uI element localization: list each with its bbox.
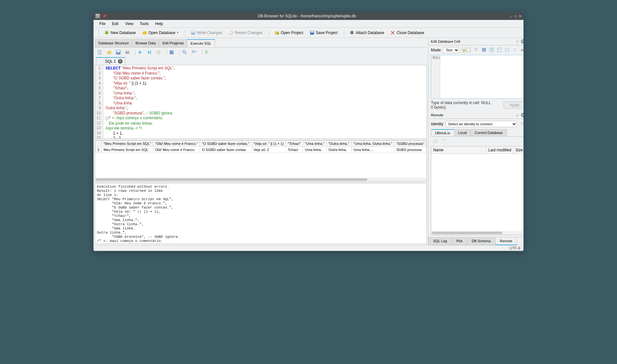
- menu-file[interactable]: File: [96, 21, 109, 27]
- svg-point-28: [498, 49, 499, 49]
- text-icon[interactable]: [474, 48, 479, 53]
- save-project-icon: [310, 31, 314, 35]
- sql-editor[interactable]: 123456789101112131415161718 SELECT "Meu …: [95, 65, 427, 139]
- btab-sql-log[interactable]: SQL Log: [428, 237, 452, 245]
- tab-execute-sql[interactable]: Execute SQL: [187, 39, 215, 47]
- print-icon[interactable]: [124, 49, 130, 55]
- new-db-icon: [104, 31, 109, 35]
- play-line-icon[interactable]: [147, 49, 152, 55]
- svg-point-31: [521, 122, 523, 123]
- play-icon[interactable]: [138, 49, 143, 55]
- save-file-icon[interactable]: [115, 49, 121, 55]
- edit-cell-header: Edit Database Cell ◇ ✕: [428, 38, 523, 45]
- code-area[interactable]: SELECT "Meu Primeiro Script em SQL", "Ol…: [103, 65, 221, 138]
- main-pane: Database Structure Browse Data Edit Prag…: [94, 38, 428, 245]
- col-name[interactable]: Name: [431, 146, 487, 154]
- maximize-icon[interactable]: ◇: [514, 14, 517, 18]
- title-bar[interactable]: 📌 DB Browser for SQLite - /home/franco/t…: [94, 12, 523, 20]
- identity-label: Identity: [431, 122, 443, 126]
- tab-edit-pragmas[interactable]: Edit Pragmas: [159, 39, 187, 47]
- execution-log[interactable]: Execution finished without errors. Resul…: [95, 183, 427, 244]
- remote-tab-current[interactable]: Current Database: [470, 129, 507, 136]
- identity-select[interactable]: Select an identity to connect: [445, 121, 517, 127]
- cell-type-label: Type of data currently in cell: NULL: [431, 101, 491, 105]
- file-icon: 📄: [99, 59, 104, 64]
- image-icon[interactable]: [497, 48, 502, 53]
- cell-editor[interactable]: NULL: [431, 55, 523, 99]
- svg-rect-27: [497, 48, 501, 52]
- svg-rect-30: [521, 49, 523, 51]
- tab-database-structure[interactable]: Database Structure: [95, 39, 132, 47]
- svg-point-6: [277, 33, 279, 35]
- close-icon[interactable]: ✕: [519, 14, 522, 18]
- btab-remote[interactable]: Remote: [495, 237, 517, 245]
- menu-tools[interactable]: Tools: [137, 21, 152, 27]
- export-icon[interactable]: [505, 48, 510, 53]
- chevron-down-icon[interactable]: ▼: [176, 31, 179, 34]
- sql-toolbar: [95, 48, 427, 57]
- menu-bar: File Edit View Tools Help: [94, 20, 523, 28]
- horizontal-scrollbar[interactable]: [95, 178, 426, 182]
- find-icon[interactable]: [182, 49, 188, 55]
- svg-point-21: [192, 51, 194, 53]
- close-tab-icon[interactable]: ✕: [118, 59, 122, 64]
- attach-database-button[interactable]: Attach Database: [347, 29, 387, 36]
- mode-select[interactable]: Text: [443, 47, 459, 53]
- pin-icon[interactable]: 📌: [103, 14, 106, 18]
- remote-tab-dbhub[interactable]: DBHub.io: [431, 129, 454, 136]
- window-title: DB Browser for SQLite - /home/franco/tmp…: [106, 14, 507, 18]
- btab-plot[interactable]: Plot: [452, 237, 467, 245]
- save-project-button[interactable]: Save Project: [307, 29, 341, 36]
- null-icon[interactable]: [466, 48, 471, 53]
- open-file-icon[interactable]: [106, 49, 112, 55]
- tab-browse-data[interactable]: Browse Data: [132, 39, 159, 47]
- cell-size-label: 0 byte(s): [431, 105, 491, 110]
- revert-icon: [229, 31, 233, 35]
- file-tab-sql1[interactable]: 📄 SQL 1 ✕: [96, 57, 125, 65]
- clone-icon[interactable]: [441, 138, 446, 144]
- status-bar: UTF-8: [94, 245, 523, 251]
- menu-view[interactable]: View: [122, 21, 137, 27]
- close-panel-icon[interactable]: ✕: [521, 113, 523, 117]
- menu-help[interactable]: Help: [152, 21, 166, 27]
- close-panel-icon[interactable]: ✕: [521, 39, 523, 44]
- minimize-icon[interactable]: ⌄: [509, 14, 512, 18]
- copy-icon[interactable]: [489, 48, 495, 53]
- print-cell-icon[interactable]: [520, 48, 523, 53]
- edit-cell-panel: Mode: Text NULL: [428, 45, 523, 112]
- import-icon[interactable]: [461, 48, 466, 53]
- save-icon: [191, 31, 195, 35]
- open-database-button[interactable]: Open Database▼: [139, 29, 182, 36]
- remote-tab-local[interactable]: Local: [454, 129, 471, 136]
- btab-db-schema[interactable]: DB Schema: [467, 237, 496, 245]
- row-number: 1: [95, 147, 102, 153]
- open-project-button[interactable]: Open Project: [272, 29, 306, 36]
- save-cell-icon[interactable]: [482, 48, 487, 53]
- save-result-icon[interactable]: [169, 49, 174, 55]
- remote-list[interactable]: Name Last modified Size: [431, 146, 523, 235]
- app-icon: [95, 14, 100, 18]
- find-replace-icon[interactable]: [191, 49, 197, 55]
- new-database-button[interactable]: New Database: [102, 29, 139, 36]
- upload-icon[interactable]: [520, 121, 523, 127]
- svg-rect-24: [482, 48, 486, 52]
- remote-scrollbar[interactable]: [431, 231, 523, 235]
- diamond-icon[interactable]: ◇: [515, 113, 520, 117]
- new-tab-icon[interactable]: [97, 49, 103, 55]
- remote-panel: Identity Select an identity to connect D…: [428, 119, 523, 237]
- col-size[interactable]: Size: [514, 146, 523, 154]
- close-database-button[interactable]: Close Database: [388, 29, 427, 36]
- svg-rect-4: [192, 31, 194, 32]
- col-modified[interactable]: Last modified: [487, 146, 514, 154]
- menu-edit[interactable]: Edit: [109, 21, 122, 27]
- results-panel: "Meu Primeiro Script em SQL""Olá! Meu no…: [95, 140, 427, 182]
- wrap-icon[interactable]: [513, 48, 518, 53]
- results-table[interactable]: "Meu Primeiro Script em SQL""Olá! Meu no…: [95, 140, 426, 178]
- indent-icon[interactable]: [204, 49, 210, 55]
- svg-point-22: [462, 49, 466, 52]
- svg-rect-19: [170, 50, 174, 54]
- stop-icon[interactable]: [156, 49, 161, 55]
- diamond-icon[interactable]: ◇: [515, 39, 520, 44]
- refresh-icon[interactable]: [433, 138, 438, 144]
- attach-icon: [350, 31, 354, 35]
